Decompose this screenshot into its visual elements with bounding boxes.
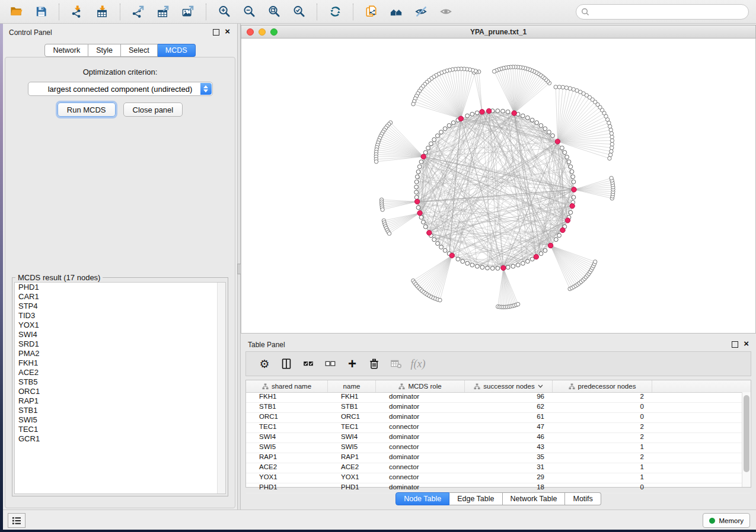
- select-all-button[interactable]: [299, 355, 317, 373]
- network-node[interactable]: [415, 175, 419, 179]
- float-panel-icon[interactable]: [213, 29, 219, 36]
- network-node[interactable]: [480, 265, 484, 270]
- satellite-node[interactable]: [610, 135, 614, 139]
- result-node-item[interactable]: GCR1: [15, 434, 225, 444]
- network-node[interactable]: [426, 146, 430, 150]
- satellite-node[interactable]: [557, 85, 561, 89]
- network-node[interactable]: [465, 114, 470, 118]
- network-node[interactable]: [443, 248, 447, 252]
- network-node[interactable]: [506, 110, 510, 114]
- table-row[interactable]: SWI5SWI5connector431: [246, 443, 751, 453]
- network-node[interactable]: [414, 180, 419, 184]
- result-node-item[interactable]: YOX1: [15, 321, 225, 330]
- network-node[interactable]: [521, 114, 525, 118]
- result-node-item[interactable]: STB5: [15, 377, 225, 387]
- network-node[interactable]: [572, 180, 576, 184]
- network-canvas[interactable]: [241, 39, 756, 334]
- window-close-button[interactable]: [247, 28, 254, 36]
- delete-entry-button[interactable]: [365, 355, 383, 373]
- close-panel-icon[interactable]: ×: [225, 26, 230, 37]
- table-scrollbar[interactable]: [742, 392, 751, 487]
- column-view-button[interactable]: [277, 355, 295, 373]
- network-node[interactable]: [511, 264, 515, 268]
- refresh-layout-button[interactable]: [324, 2, 346, 21]
- network-node[interactable]: [490, 267, 495, 271]
- add-entry-button[interactable]: +: [343, 355, 361, 373]
- duplicate-network-button[interactable]: [361, 2, 382, 21]
- network-node[interactable]: [447, 124, 451, 128]
- network-node[interactable]: [526, 259, 530, 264]
- mcds-hub-node[interactable]: [414, 199, 419, 204]
- table-row[interactable]: ORC1ORC1dominator610: [246, 413, 751, 423]
- mcds-hub-node[interactable]: [512, 111, 516, 116]
- mcds-hub-node[interactable]: [421, 154, 426, 159]
- network-node[interactable]: [521, 261, 525, 265]
- satellite-node[interactable]: [610, 146, 614, 149]
- result-list-scrollbar[interactable]: [217, 283, 225, 493]
- network-node[interactable]: [414, 185, 419, 189]
- export-image-button[interactable]: [177, 2, 199, 21]
- column-header-shared-name[interactable]: shared name: [246, 380, 328, 392]
- mcds-hub-node[interactable]: [565, 218, 570, 223]
- table-row[interactable]: YOX1YOX1connector291: [246, 473, 751, 483]
- mcds-hub-node[interactable]: [548, 243, 553, 248]
- network-node[interactable]: [547, 130, 551, 134]
- tab-select[interactable]: Select: [121, 44, 158, 57]
- deselect-all-button[interactable]: [321, 355, 339, 373]
- network-node[interactable]: [423, 225, 428, 229]
- float-panel-icon[interactable]: [732, 341, 738, 348]
- satellite-node[interactable]: [594, 260, 597, 264]
- satellite-node[interactable]: [608, 156, 611, 160]
- mcds-hub-node[interactable]: [534, 254, 538, 259]
- network-node[interactable]: [414, 190, 419, 194]
- network-node[interactable]: [496, 109, 500, 113]
- open-file-button[interactable]: [5, 2, 27, 21]
- network-node[interactable]: [539, 124, 543, 128]
- show-eye-button[interactable]: [435, 2, 457, 21]
- network-node[interactable]: [501, 109, 505, 113]
- satellite-node[interactable]: [610, 149, 613, 153]
- table-row[interactable]: STB1STB1dominator620: [246, 403, 751, 413]
- result-node-item[interactable]: SRD1: [15, 339, 225, 349]
- satellite-node[interactable]: [572, 88, 575, 91]
- column-header-successor-nodes[interactable]: successor nodes: [465, 380, 553, 392]
- network-node[interactable]: [419, 160, 423, 164]
- network-node[interactable]: [535, 121, 539, 125]
- result-node-item[interactable]: RAP1: [15, 396, 225, 406]
- satellite-node[interactable]: [610, 142, 614, 146]
- network-node[interactable]: [551, 134, 555, 138]
- network-node[interactable]: [439, 130, 444, 134]
- column-header-predecessor-nodes[interactable]: predecessor nodes: [553, 380, 652, 392]
- export-network-button[interactable]: [127, 2, 149, 21]
- network-node[interactable]: [416, 206, 420, 210]
- table-row[interactable]: RAP1RAP1dominator352: [246, 453, 751, 463]
- network-node[interactable]: [476, 264, 480, 268]
- satellite-node[interactable]: [374, 160, 378, 164]
- mcds-hub-node[interactable]: [458, 116, 463, 121]
- satellite-node[interactable]: [492, 69, 496, 73]
- column-header-name[interactable]: name: [328, 380, 376, 392]
- tab-motifs[interactable]: Motifs: [565, 492, 601, 505]
- network-node[interactable]: [530, 118, 534, 122]
- network-node[interactable]: [461, 259, 465, 264]
- satellite-node[interactable]: [412, 102, 415, 105]
- mcds-hub-node[interactable]: [560, 227, 565, 232]
- mcds-hub-node[interactable]: [572, 187, 576, 192]
- table-row[interactable]: FKH1FKH1dominator962: [246, 393, 751, 403]
- satellite-node[interactable]: [554, 85, 557, 89]
- window-minimize-button[interactable]: [259, 28, 266, 36]
- network-node[interactable]: [416, 170, 420, 174]
- network-node[interactable]: [572, 196, 576, 200]
- export-table-button[interactable]: [152, 2, 174, 21]
- network-node[interactable]: [470, 112, 474, 116]
- mcds-hub-node[interactable]: [555, 139, 560, 144]
- network-node[interactable]: [451, 121, 455, 125]
- network-node[interactable]: [429, 142, 433, 146]
- network-node[interactable]: [539, 252, 543, 256]
- table-scrollbar-thumb[interactable]: [744, 395, 749, 472]
- network-node[interactable]: [436, 242, 440, 246]
- network-node[interactable]: [516, 263, 520, 267]
- network-node[interactable]: [465, 261, 470, 265]
- satellite-node[interactable]: [561, 85, 564, 89]
- network-node[interactable]: [436, 134, 440, 138]
